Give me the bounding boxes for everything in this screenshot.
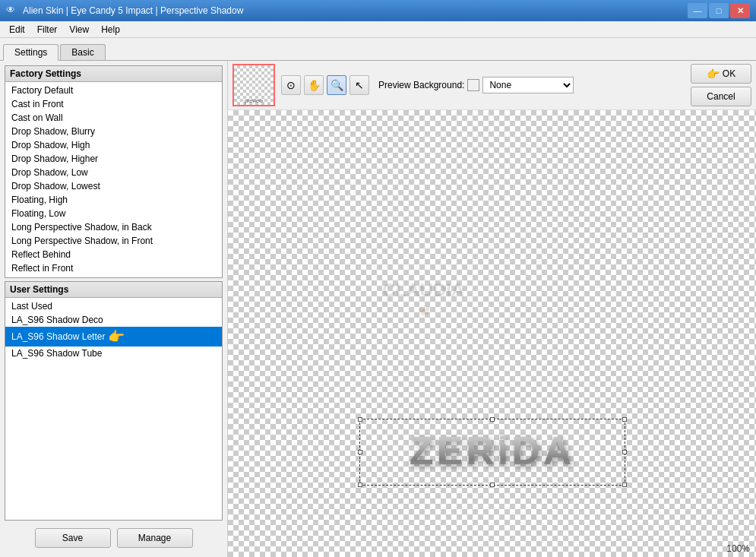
minimize-button[interactable]: — bbox=[688, 3, 707, 18]
ok-hand-icon: 👉 bbox=[707, 68, 720, 80]
list-item[interactable]: Reflect Behind bbox=[5, 248, 222, 261]
maximize-button[interactable]: □ bbox=[709, 3, 729, 18]
title-bar-title: Alien Skin | Eye Candy 5 Impact | Perspe… bbox=[23, 5, 243, 16]
zoom-tool-button[interactable]: 🔍 bbox=[327, 75, 346, 95]
canvas-area: CLAUDIA 🦋 ZERiDA 100% bbox=[228, 110, 756, 557]
manage-button[interactable]: Manage bbox=[117, 528, 193, 548]
list-item[interactable]: Factory Default bbox=[5, 84, 222, 97]
camera-tool-button[interactable]: ⊙ bbox=[281, 75, 301, 95]
list-item[interactable]: Floating, High bbox=[5, 193, 222, 207]
ok-button[interactable]: 👉 OK bbox=[691, 64, 751, 84]
select-tool-button[interactable]: ↖ bbox=[350, 75, 369, 95]
preview-bg-label: Preview Background: bbox=[378, 80, 464, 90]
user-settings-list[interactable]: Last Used LA_S96 Shadow Deco LA_S96 Shad… bbox=[5, 298, 222, 520]
tab-basic[interactable]: Basic bbox=[60, 44, 105, 60]
hand-tool-button[interactable]: ✋ bbox=[304, 75, 324, 95]
factory-settings-container: Factory Settings Factory Default Cast in… bbox=[5, 65, 223, 278]
hand-pointer-icon: 👉 bbox=[108, 328, 125, 345]
list-item[interactable]: Drop Shadow, Higher bbox=[5, 152, 222, 166]
menu-help[interactable]: Help bbox=[95, 23, 126, 36]
handle-middle-right[interactable] bbox=[622, 450, 627, 454]
preview-bg-select[interactable]: None White Black Gray bbox=[482, 77, 574, 93]
selection-box bbox=[359, 419, 625, 486]
preview-toolbar: preview ⊙ ✋ 🔍 ↖ Preview Background: None… bbox=[228, 61, 756, 110]
app-icon: 👁 bbox=[6, 5, 18, 17]
tab-bar: Settings Basic bbox=[0, 38, 756, 61]
factory-settings-list[interactable]: Factory Default Cast in Front Cast on Wa… bbox=[5, 82, 222, 277]
title-bar: 👁 Alien Skin | Eye Candy 5 Impact | Pers… bbox=[0, 0, 756, 21]
list-item-shadow-tube[interactable]: LA_S96 Shadow Tube bbox=[5, 347, 222, 360]
handle-middle-left[interactable] bbox=[358, 450, 362, 454]
left-panel: Factory Settings Factory Default Cast in… bbox=[0, 61, 228, 557]
menu-bar: Edit Filter View Help bbox=[0, 21, 756, 38]
handle-top-middle[interactable] bbox=[490, 417, 495, 422]
save-button[interactable]: Save bbox=[35, 528, 111, 548]
handle-bottom-left[interactable] bbox=[358, 483, 362, 487]
list-item[interactable]: Long Perspective Shadow, in Back bbox=[5, 220, 222, 234]
list-item[interactable]: Cast in Front bbox=[5, 97, 222, 111]
ok-cancel-container: 👉 OK Cancel bbox=[691, 64, 751, 106]
list-item[interactable]: Reflect in Front bbox=[5, 261, 222, 275]
preview-bg-color-swatch bbox=[467, 79, 479, 91]
title-bar-controls: — □ ✕ bbox=[688, 3, 750, 18]
handle-bottom-middle[interactable] bbox=[490, 483, 495, 487]
zoom-indicator: 100% bbox=[726, 543, 750, 554]
list-item[interactable]: Drop Shadow, Blurry bbox=[5, 125, 222, 138]
user-settings-header: User Settings bbox=[5, 282, 222, 298]
close-button[interactable]: ✕ bbox=[730, 3, 750, 18]
handle-bottom-right[interactable] bbox=[622, 483, 627, 487]
user-settings-container: User Settings Last Used LA_S96 Shadow De… bbox=[5, 281, 223, 521]
watermark: CLAUDIA 🦋 bbox=[382, 280, 464, 316]
list-item[interactable]: Long Perspective Shadow, in Front bbox=[5, 234, 222, 248]
menu-view[interactable]: View bbox=[63, 23, 95, 36]
menu-filter[interactable]: Filter bbox=[31, 23, 64, 36]
list-item-last-used[interactable]: Last Used bbox=[5, 299, 222, 313]
list-item[interactable]: Drop Shadow, Low bbox=[5, 166, 222, 179]
preview-thumbnail: preview bbox=[232, 64, 275, 106]
bottom-buttons: Save Manage bbox=[5, 524, 223, 552]
cancel-button[interactable]: Cancel bbox=[691, 87, 751, 106]
list-item[interactable]: Reflect in Front - Faint bbox=[5, 275, 222, 277]
right-panel: preview ⊙ ✋ 🔍 ↖ Preview Background: None… bbox=[228, 61, 756, 557]
handle-top-right[interactable] bbox=[622, 417, 627, 422]
list-item[interactable]: Drop Shadow, Lowest bbox=[5, 179, 222, 193]
preview-thumb-text: preview bbox=[245, 98, 263, 103]
tab-settings[interactable]: Settings bbox=[3, 44, 59, 61]
list-item[interactable]: Cast on Wall bbox=[5, 111, 222, 125]
list-item[interactable]: Drop Shadow, High bbox=[5, 138, 222, 152]
handle-top-left[interactable] bbox=[358, 417, 362, 422]
factory-settings-header: Factory Settings bbox=[5, 66, 222, 82]
list-item-shadow-deco[interactable]: LA_S96 Shadow Deco bbox=[5, 313, 222, 327]
main-layout: Factory Settings Factory Default Cast in… bbox=[0, 61, 756, 557]
list-item-shadow-letter[interactable]: LA_S96 Shadow Letter 👉 bbox=[5, 327, 222, 347]
menu-edit[interactable]: Edit bbox=[3, 23, 31, 36]
list-item[interactable]: Floating, Low bbox=[5, 207, 222, 220]
